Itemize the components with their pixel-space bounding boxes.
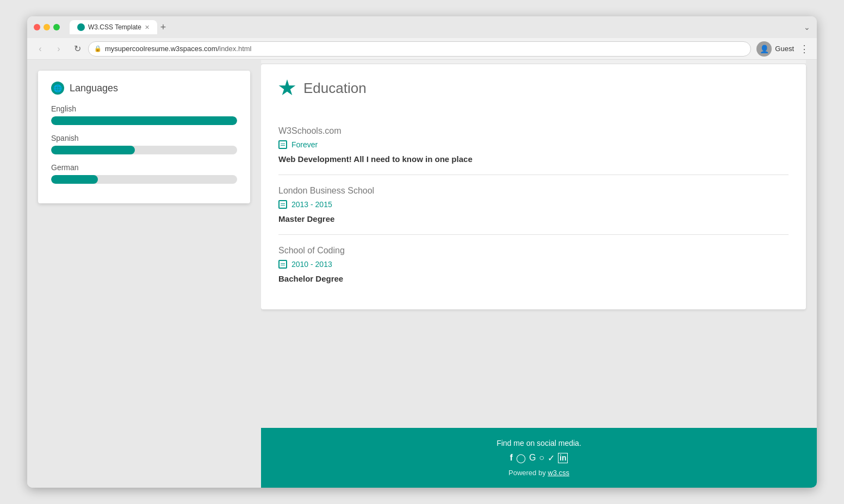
back-button[interactable]: ‹ — [33, 41, 48, 57]
back-icon: ‹ — [39, 44, 41, 54]
calendar-icon-london — [278, 200, 287, 209]
url-text: mysupercoolresume.w3spaces.com/index.htm… — [105, 45, 745, 53]
edu-school-london: London Business School — [278, 186, 789, 196]
browser-window: W3.CSS Template ✕ + ⌄ ‹ › ↻ 🔒 mysupercoo… — [27, 16, 817, 488]
guest-label: Guest — [775, 45, 794, 53]
social-icons: f ◯ G ○ ✓ in — [510, 453, 568, 463]
twitter-icon[interactable]: ✓ — [548, 453, 555, 463]
refresh-icon: ↻ — [74, 43, 81, 54]
edu-item-coding: School of Coding 2010 - 2013 Bachelor De… — [278, 235, 789, 294]
language-name-spanish: Spanish — [51, 134, 237, 142]
edu-degree-w3schools: Web Development! All I need to know in o… — [278, 154, 789, 164]
avatar-person-icon: 👤 — [760, 45, 769, 53]
edu-date-coding: 2010 - 2013 — [278, 260, 789, 269]
calendar-icon-w3schools — [278, 140, 287, 149]
tab-more-button[interactable]: ⌄ — [804, 23, 810, 32]
edu-degree-london: Master Degree — [278, 214, 789, 223]
minimize-button[interactable] — [44, 24, 50, 30]
maximize-button[interactable] — [53, 24, 60, 30]
languages-card: 🌐 Languages English Spanish Germ — [38, 71, 250, 203]
edu-school-coding: School of Coding — [278, 246, 789, 256]
instagram-icon[interactable]: ◯ — [516, 453, 526, 463]
education-icon — [278, 79, 296, 97]
language-name-english: English — [51, 104, 237, 113]
progress-bar-fill-spanish — [51, 146, 135, 154]
footer-powered: Powered by w3.css — [508, 469, 569, 477]
calendar-icon-coding — [278, 260, 287, 269]
sidebar: 🌐 Languages English Spanish Germ — [27, 60, 261, 488]
tab-favicon — [77, 23, 85, 31]
edu-date-text-w3schools: Forever — [291, 140, 318, 149]
main-content: Education W3Schools.com Forever Web Deve… — [261, 60, 817, 428]
edu-date-text-coding: 2010 - 2013 — [291, 260, 332, 269]
tab-title: W3.CSS Template — [88, 23, 141, 31]
close-button[interactable] — [34, 24, 40, 30]
language-item-german: German — [51, 163, 237, 184]
progress-bar-bg-german — [51, 175, 237, 184]
new-tab-button[interactable]: + — [160, 22, 166, 33]
url-domain: mysupercoolresume.w3spaces.com/ — [105, 45, 219, 53]
edu-item-w3schools: W3Schools.com Forever Web Development! A… — [278, 115, 789, 175]
globe-icon: 🌐 — [51, 82, 64, 95]
edu-date-text-london: 2013 - 2015 — [291, 200, 332, 209]
education-title: Education — [303, 80, 367, 97]
progress-bar-fill-english — [51, 116, 237, 125]
language-item-spanish: Spanish — [51, 134, 237, 154]
edu-item-london: London Business School 2013 - 2015 Maste… — [278, 175, 789, 235]
languages-title: Languages — [70, 83, 118, 94]
title-bar: W3.CSS Template ✕ + ⌄ — [27, 16, 817, 38]
w3css-link[interactable]: w3.css — [548, 469, 569, 477]
progress-bar-bg-english — [51, 116, 237, 125]
browser-menu-button[interactable]: ⋮ — [797, 43, 811, 55]
education-card: Education W3Schools.com Forever Web Deve… — [261, 64, 806, 309]
progress-bar-fill-german — [51, 175, 98, 184]
page-content: 🌐 Languages English Spanish Germ — [27, 60, 817, 488]
avatar-icon[interactable]: 👤 — [756, 41, 772, 57]
language-item-english: English — [51, 104, 237, 125]
edu-school-w3schools: W3Schools.com — [278, 126, 789, 136]
edu-date-w3schools: Forever — [278, 140, 789, 149]
url-path: index.html — [219, 45, 251, 53]
traffic-lights — [34, 24, 60, 30]
language-name-german: German — [51, 163, 237, 172]
nav-bar: ‹ › ↻ 🔒 mysupercoolresume.w3spaces.com/i… — [27, 38, 817, 60]
address-bar[interactable]: 🔒 mysupercoolresume.w3spaces.com/index.h… — [88, 41, 751, 57]
progress-bar-bg-spanish — [51, 146, 237, 154]
languages-header: 🌐 Languages — [51, 82, 237, 95]
edu-degree-coding: Bachelor Degree — [278, 274, 789, 283]
pinterest-icon[interactable]: ○ — [539, 453, 544, 463]
section-header: Education — [278, 79, 789, 102]
footer: Find me on social media. f ◯ G ○ ✓ in Po… — [261, 428, 817, 488]
linkedin-icon[interactable]: in — [558, 453, 568, 463]
forward-icon: › — [57, 44, 60, 54]
footer-social-text: Find me on social media. — [497, 439, 581, 447]
active-tab[interactable]: W3.CSS Template ✕ — [70, 20, 157, 34]
google-icon[interactable]: G — [529, 453, 536, 463]
content-area: Education W3Schools.com Forever Web Deve… — [261, 60, 817, 488]
edu-date-london: 2013 - 2015 — [278, 200, 789, 209]
refresh-button[interactable]: ↻ — [70, 41, 85, 57]
lock-icon: 🔒 — [94, 45, 102, 52]
tab-close-button[interactable]: ✕ — [145, 24, 150, 31]
facebook-icon[interactable]: f — [510, 453, 513, 463]
top-divider — [261, 60, 806, 64]
nav-right: 👤 Guest ⋮ — [756, 41, 811, 57]
tab-bar: W3.CSS Template ✕ + ⌄ — [70, 20, 810, 34]
forward-button[interactable]: › — [51, 41, 66, 57]
